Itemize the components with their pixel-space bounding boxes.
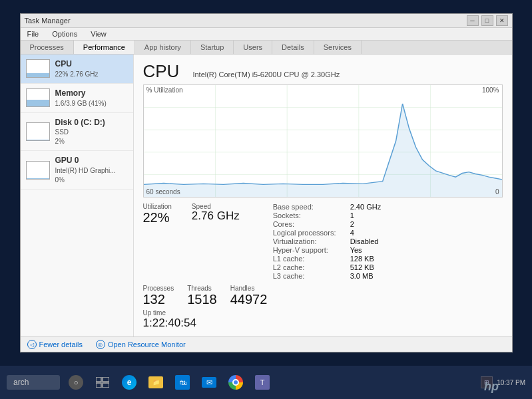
svg-marker-8 — [144, 104, 502, 197]
processes-value: 132 — [143, 292, 174, 307]
stat-group-processes: Processes 132 — [143, 285, 174, 307]
stat-group-threads: Threads 1518 — [187, 285, 217, 307]
handles-value: 44972 — [230, 292, 268, 307]
info-row-hyperv: Hyper-V support: Yes — [273, 246, 381, 254]
content-area: CPU 22% 2.76 GHz Memory 1.6/3.9 GB (41%) — [21, 55, 512, 336]
sidebar-item-disk[interactable]: Disk 0 (C: D:) SSD 2% — [21, 113, 133, 152]
cpu-detail: 22% 2.76 GHz — [55, 70, 99, 79]
memory-detail: 1.6/3.9 GB (41%) — [55, 99, 107, 108]
info-table: Base speed: 2.40 GHz Sockets: 1 Cores: 2 — [273, 203, 381, 281]
info-row-logical: Logical processors: 4 — [273, 229, 381, 237]
tab-processes[interactable]: Processes — [21, 41, 74, 54]
gpu-label: GPU 0 — [55, 155, 116, 166]
store-icon-button[interactable]: 🛍 — [172, 372, 193, 393]
memory-thumb-graph — [27, 100, 49, 106]
edge-icon-button[interactable]: e — [119, 372, 140, 393]
uptime-value: 1:22:40:54 — [143, 317, 503, 330]
cpu-graph-svg — [144, 85, 502, 197]
gpu-thumb-graph — [27, 178, 49, 179]
chrome-icon-button[interactable] — [225, 372, 246, 393]
hyperv-val: Yes — [350, 246, 362, 254]
title-bar: Task Manager ─ □ ✕ — [21, 14, 512, 28]
virtualization-key: Virtualization: — [273, 237, 346, 245]
info-row-base-speed: Base speed: 2.40 GHz — [273, 203, 381, 211]
teams-icon-button[interactable]: T — [252, 372, 273, 393]
search-placeholder: arch — [13, 378, 29, 387]
sidebar-item-cpu[interactable]: CPU 22% 2.76 GHz — [21, 55, 133, 84]
tab-details[interactable]: Details — [272, 41, 314, 54]
hp-logo: hp — [484, 380, 499, 394]
menu-view[interactable]: View — [88, 29, 109, 39]
task-view-icon — [96, 377, 109, 388]
screen: Task Manager ─ □ ✕ File Options View Pro… — [0, 0, 532, 366]
sidebar-item-memory[interactable]: Memory 1.6/3.9 GB (41%) — [21, 84, 133, 113]
menu-file[interactable]: File — [25, 29, 42, 39]
info-row-cores: Cores: 2 — [273, 220, 381, 228]
sockets-key: Sockets: — [273, 211, 346, 219]
task-view-button[interactable] — [92, 372, 113, 393]
teams-logo: T — [255, 375, 270, 390]
sockets-val: 1 — [350, 211, 354, 219]
main-panel: CPU Intel(R) Core(TM) i5-6200U CPU @ 2.3… — [134, 55, 512, 336]
svg-rect-11 — [96, 383, 101, 388]
stat-group-utilization: Utilization 22% — [143, 203, 172, 281]
cores-val: 2 — [350, 220, 354, 228]
tab-bar: Processes Performance App history Startu… — [21, 41, 512, 55]
taskbar: arch ○ e 📁 🛍 ✉ T ⊞ 10 — [0, 366, 532, 399]
tab-app-history[interactable]: App history — [135, 41, 191, 54]
resource-monitor-icon: ◎ — [96, 340, 105, 349]
graph-y-max: 100% — [482, 86, 499, 94]
minimize-button[interactable]: ─ — [467, 15, 479, 26]
stats-section: Utilization 22% Speed 2.76 GHz Base spee… — [143, 203, 503, 281]
cpu-graph-container: % Utilization 100% 60 seconds 0 — [143, 84, 503, 198]
base-speed-val: 2.40 GHz — [350, 203, 381, 211]
l3-val: 3.0 MB — [350, 272, 374, 280]
virtualization-val: Disabled — [350, 237, 379, 245]
gpu-detail1: Intel(R) HD Graphi... — [55, 166, 116, 176]
sidebar: CPU 22% 2.76 GHz Memory 1.6/3.9 GB (41%) — [21, 55, 134, 336]
info-row-l1: L1 cache: 128 KB — [273, 255, 381, 263]
panel-subtitle: Intel(R) Core(TM) i5-6200U CPU @ 2.30GHz — [192, 70, 340, 78]
info-row-sockets: Sockets: 1 — [273, 211, 381, 219]
gpu-thumbnail — [26, 161, 50, 180]
resource-monitor-label: Open Resource Monitor — [108, 340, 186, 348]
maximize-button[interactable]: □ — [481, 15, 493, 26]
utilization-value: 22% — [143, 210, 172, 225]
memory-thumbnail — [26, 88, 50, 107]
stat-group-handles: Handles 44972 — [230, 285, 268, 307]
open-resource-monitor-link[interactable]: ◎ Open Resource Monitor — [96, 340, 186, 349]
tab-performance[interactable]: Performance — [74, 41, 135, 54]
sidebar-item-gpu[interactable]: GPU 0 Intel(R) HD Graphi... 0% — [21, 151, 133, 190]
explorer-icon-button[interactable]: 📁 — [145, 372, 166, 393]
tab-services[interactable]: Services — [314, 41, 362, 54]
gpu-detail2: 0% — [55, 176, 116, 185]
uptime-section: Up time 1:22:40:54 — [143, 309, 503, 330]
tab-users[interactable]: Users — [234, 41, 272, 54]
handles-label: Handles — [230, 285, 268, 292]
chrome-center — [232, 379, 239, 386]
bottom-bar: ◁ Fewer details ◎ Open Resource Monitor — [21, 336, 512, 352]
fewer-details-link[interactable]: ◁ Fewer details — [27, 340, 83, 349]
utilization-label: Utilization — [143, 203, 172, 210]
disk-thumb-graph — [27, 140, 49, 140]
menu-options[interactable]: Options — [49, 29, 80, 39]
svg-rect-12 — [103, 383, 109, 388]
clock: 10:37 PM — [497, 379, 525, 386]
disk-detail2: 2% — [55, 137, 105, 146]
l3-key: L3 cache: — [273, 272, 346, 280]
info-row-l3: L3 cache: 3.0 MB — [273, 272, 381, 280]
cpu-thumb-graph — [27, 73, 49, 78]
fewer-details-label: Fewer details — [39, 340, 83, 348]
cortana-circle: ○ — [69, 375, 83, 390]
mail-icon-button[interactable]: ✉ — [198, 372, 220, 393]
chrome-logo — [228, 375, 243, 390]
l2-val: 512 KB — [350, 263, 374, 271]
search-box[interactable]: arch — [7, 375, 60, 390]
cortana-icon[interactable]: ○ — [65, 372, 87, 393]
svg-rect-9 — [96, 377, 101, 382]
info-row-virtualization: Virtualization: Disabled — [273, 237, 381, 245]
close-button[interactable]: ✕ — [496, 15, 508, 26]
tab-startup[interactable]: Startup — [191, 41, 234, 54]
threads-label: Threads — [187, 285, 217, 292]
info-row-l2: L2 cache: 512 KB — [273, 263, 381, 271]
